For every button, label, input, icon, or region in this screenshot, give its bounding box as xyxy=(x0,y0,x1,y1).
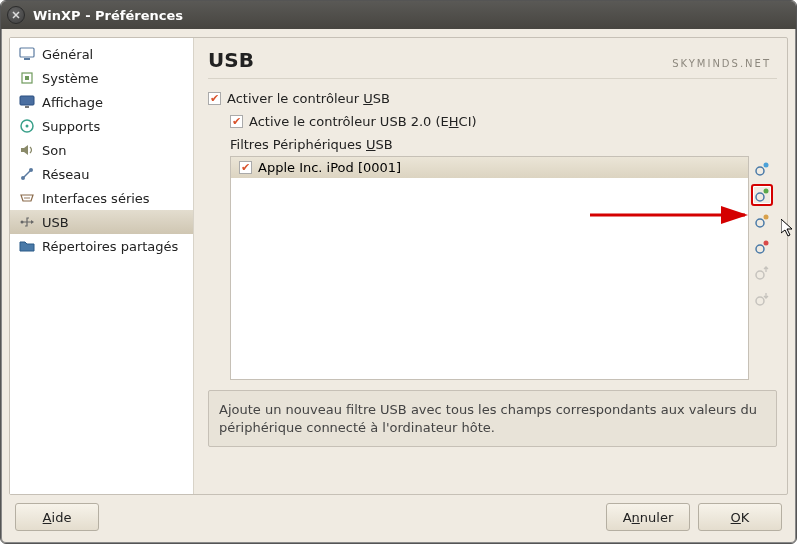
sidebar-item-label: Affichage xyxy=(42,95,103,110)
close-icon xyxy=(12,11,20,19)
network-icon xyxy=(18,165,36,183)
preferences-window: WinXP - Préférences Général Système Affi… xyxy=(0,0,797,544)
svg-point-12 xyxy=(28,197,30,199)
svg-point-21 xyxy=(764,241,769,246)
add-filter-from-device-button[interactable] xyxy=(751,184,773,206)
svg-point-14 xyxy=(756,167,764,175)
sidebar: Général Système Affichage Supports Son xyxy=(10,38,194,494)
filters-label: Filtres Périphériques USB xyxy=(230,137,777,152)
page-title: USB xyxy=(208,48,254,72)
filter-item[interactable]: Apple Inc. iPod [0001] xyxy=(231,157,748,178)
content-area: Général Système Affichage Supports Son xyxy=(1,29,796,543)
sidebar-item-usb[interactable]: USB xyxy=(10,210,193,234)
enable-ehci-label: Active le contrôleur USB 2.0 (EHCI) xyxy=(249,114,477,129)
svg-point-23 xyxy=(756,297,764,305)
cancel-button[interactable]: Annuler xyxy=(606,503,690,531)
svg-rect-4 xyxy=(20,96,34,105)
button-bar: Aide Annuler OK xyxy=(9,501,788,535)
svg-point-22 xyxy=(756,271,764,279)
settings-panel: USB SKYMINDS.NET Activer le contrôleur U… xyxy=(202,38,787,494)
move-filter-down-button[interactable] xyxy=(751,288,773,310)
serial-icon xyxy=(18,189,36,207)
ok-button[interactable]: OK xyxy=(698,503,782,531)
window-title: WinXP - Préférences xyxy=(33,8,183,23)
speaker-icon xyxy=(18,141,36,159)
sidebar-item-label: Réseau xyxy=(42,167,89,182)
add-empty-filter-button[interactable] xyxy=(751,158,773,180)
sidebar-item-label: Système xyxy=(42,71,98,86)
svg-point-11 xyxy=(26,197,28,199)
filters-toolbar xyxy=(751,156,777,380)
enable-usb-row[interactable]: Activer le contrôleur USB xyxy=(208,91,777,106)
svg-point-18 xyxy=(756,219,764,227)
sidebar-item-label: Son xyxy=(42,143,66,158)
sidebar-item-system[interactable]: Système xyxy=(10,66,193,90)
svg-point-19 xyxy=(764,215,769,220)
move-filter-up-button[interactable] xyxy=(751,262,773,284)
sidebar-item-label: Interfaces séries xyxy=(42,191,150,206)
svg-rect-1 xyxy=(24,58,30,60)
sidebar-item-label: USB xyxy=(42,215,69,230)
chip-icon xyxy=(18,69,36,87)
usb-icon xyxy=(18,213,36,231)
monitor-icon xyxy=(18,45,36,63)
sidebar-item-shared-folders[interactable]: Répertoires partagés xyxy=(10,234,193,258)
display-icon xyxy=(18,93,36,111)
enable-usb-checkbox[interactable] xyxy=(208,92,221,105)
sidebar-item-general[interactable]: Général xyxy=(10,42,193,66)
sidebar-item-display[interactable]: Affichage xyxy=(10,90,193,114)
main-panels: Général Système Affichage Supports Son xyxy=(9,37,788,495)
brand-watermark: SKYMINDS.NET xyxy=(672,58,771,69)
svg-point-7 xyxy=(26,125,29,128)
filters-list[interactable]: Apple Inc. iPod [0001] xyxy=(230,156,749,380)
description-box: Ajoute un nouveau filtre USB avec tous l… xyxy=(208,390,777,447)
svg-rect-5 xyxy=(25,106,29,108)
description-text: Ajoute un nouveau filtre USB avec tous l… xyxy=(219,402,757,435)
disc-icon xyxy=(18,117,36,135)
filter-item-checkbox[interactable] xyxy=(239,161,252,174)
svg-point-16 xyxy=(756,193,764,201)
folder-icon xyxy=(18,237,36,255)
page-header: USB SKYMINDS.NET xyxy=(208,48,777,79)
filters-area: Apple Inc. iPod [0001] xyxy=(230,156,777,380)
svg-point-15 xyxy=(764,163,769,168)
enable-usb-label: Activer le contrôleur USB xyxy=(227,91,390,106)
svg-point-17 xyxy=(764,189,769,194)
sidebar-item-storage[interactable]: Supports xyxy=(10,114,193,138)
svg-point-20 xyxy=(756,245,764,253)
window-close-button[interactable] xyxy=(7,6,25,24)
sidebar-item-label: Supports xyxy=(42,119,100,134)
sidebar-item-label: Général xyxy=(42,47,93,62)
edit-filter-button[interactable] xyxy=(751,210,773,232)
sidebar-item-audio[interactable]: Son xyxy=(10,138,193,162)
help-button[interactable]: Aide xyxy=(15,503,99,531)
titlebar[interactable]: WinXP - Préférences xyxy=(1,1,796,29)
svg-rect-3 xyxy=(25,76,29,80)
enable-ehci-row[interactable]: Active le contrôleur USB 2.0 (EHCI) xyxy=(230,114,777,129)
enable-ehci-checkbox[interactable] xyxy=(230,115,243,128)
remove-filter-button[interactable] xyxy=(751,236,773,258)
sidebar-item-serial[interactable]: Interfaces séries xyxy=(10,186,193,210)
svg-point-10 xyxy=(24,197,26,199)
filter-item-label: Apple Inc. iPod [0001] xyxy=(258,160,401,175)
svg-rect-0 xyxy=(20,48,34,57)
sidebar-item-label: Répertoires partagés xyxy=(42,239,178,254)
sidebar-item-network[interactable]: Réseau xyxy=(10,162,193,186)
